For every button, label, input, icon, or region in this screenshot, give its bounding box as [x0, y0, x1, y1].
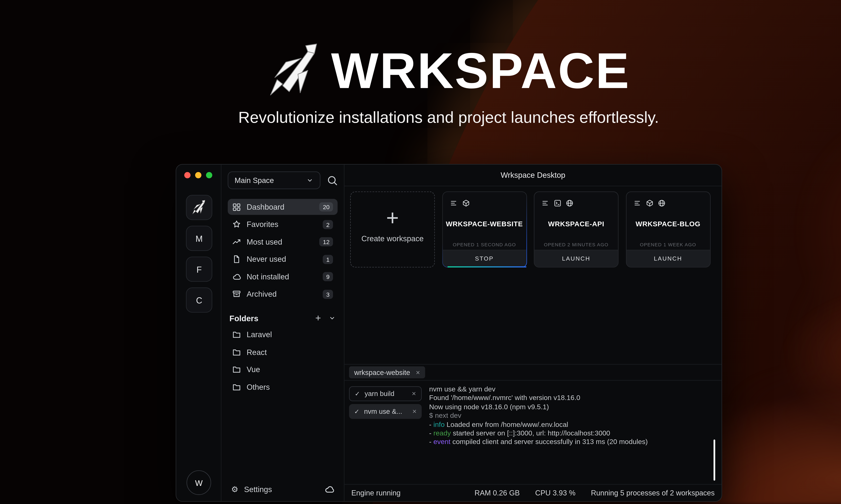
- workspace-opened-label: OPENED 2 MINUTES AGO: [534, 242, 618, 248]
- workspace-card-api[interactable]: WRKSPACE-API OPENED 2 MINUTES AGO LAUNCH: [534, 192, 618, 268]
- remove-command-icon[interactable]: ×: [412, 408, 417, 415]
- card-icons: [542, 199, 573, 207]
- launch-button[interactable]: LAUNCH: [534, 250, 618, 267]
- sidebar-item-label: Archived: [246, 290, 277, 299]
- command-chips: ✓ yarn build × ✓ nvm use &... ×: [349, 386, 422, 422]
- cloud-icon: [232, 272, 241, 281]
- space-selector[interactable]: Main Space: [228, 172, 321, 189]
- workspace-opened-label: OPENED 1 SECOND AGO: [443, 242, 526, 248]
- space-button-c[interactable]: C: [186, 287, 212, 313]
- workspace-card-website-active[interactable]: WRKSPACE-WEBSITE OPENED 1 SECOND AGO STO…: [442, 192, 527, 268]
- create-workspace-card[interactable]: + Create workspace: [350, 192, 435, 268]
- folder-item-vue[interactable]: Vue: [228, 361, 338, 378]
- terminal-scrollbar[interactable]: [713, 439, 715, 481]
- folder-label: React: [246, 348, 267, 357]
- folder-icon: [232, 330, 241, 339]
- trending-up-icon: [232, 237, 241, 246]
- sidebar: Main Space Dashboard 20: [221, 165, 344, 501]
- sidebar-item-label: Not installed: [246, 272, 289, 281]
- terminal-line: Found '/home/www/.nvmrc' with version v1…: [429, 394, 707, 403]
- command-chip-nvm-use[interactable]: ✓ nvm use &... ×: [349, 404, 422, 419]
- engine-status: Engine running: [351, 489, 401, 497]
- folders-title: Folders: [229, 313, 258, 323]
- count-badge: 3: [323, 289, 333, 299]
- sidebar-item-label: Favorites: [246, 220, 278, 229]
- sidebar-item-label: Never used: [246, 255, 286, 264]
- add-folder-button[interactable]: +: [315, 314, 321, 322]
- sidebar-item-archived[interactable]: Archived 3: [228, 286, 338, 302]
- globe-icon: [566, 199, 573, 207]
- folder-icon: [232, 365, 241, 374]
- brand-name: WRKSPACE: [331, 41, 630, 101]
- folder-item-react[interactable]: React: [228, 343, 338, 361]
- settings-button[interactable]: ⚙ Settings: [229, 480, 337, 499]
- launch-button[interactable]: LAUNCH: [626, 250, 710, 267]
- collapse-folders-icon[interactable]: [328, 314, 336, 322]
- status-bar: Engine running RAM 0.26 GB CPU 3.93 % Ru…: [344, 484, 722, 501]
- check-icon: ✓: [355, 390, 360, 397]
- space-button-m[interactable]: M: [186, 226, 212, 251]
- cube-icon: [462, 199, 469, 207]
- workspace-cards: + Create workspace WRKSPACE-: [350, 192, 716, 268]
- minimize-window-button[interactable]: [195, 172, 201, 178]
- zoom-window-button[interactable]: [206, 172, 212, 178]
- folder-icon: [232, 383, 241, 391]
- user-avatar[interactable]: W: [187, 470, 211, 495]
- count-badge: 1: [323, 255, 333, 264]
- terminal-icon: [554, 199, 561, 207]
- sidebar-nav: Dashboard 20 Favorites 2 Most used 12: [228, 199, 338, 302]
- terminal-line: - event compiled client and server succe…: [429, 438, 707, 447]
- remove-command-icon[interactable]: ×: [412, 390, 416, 397]
- file-icon: [232, 255, 241, 264]
- folder-label: Others: [246, 383, 270, 391]
- space-button-f[interactable]: F: [186, 256, 212, 282]
- globe-icon: [658, 199, 665, 207]
- check-icon: ✓: [354, 408, 359, 415]
- space-button-main[interactable]: [186, 195, 212, 220]
- sidebar-item-not-installed[interactable]: Not installed 9: [228, 269, 338, 285]
- terminal-panel: ✓ yarn build × ✓ nvm use &... × nvm use …: [344, 381, 722, 484]
- workspace-rail: M F C W: [176, 165, 222, 501]
- folder-item-others[interactable]: Others: [228, 378, 338, 396]
- sidebar-item-dashboard[interactable]: Dashboard 20: [228, 199, 338, 215]
- app-window: M F C W Main Space: [176, 164, 722, 502]
- count-badge: 9: [323, 272, 333, 281]
- hero-tagline: Revolutionize installations and project …: [0, 109, 841, 127]
- ram-usage: RAM 0.26 GB: [475, 489, 520, 497]
- sidebar-item-favorites[interactable]: Favorites 2: [228, 216, 338, 232]
- workspace-card-blog[interactable]: WRKSPACE-BLOG OPENED 1 WEEK AGO LAUNCH: [626, 192, 710, 268]
- sidebar-item-most-used[interactable]: Most used 12: [228, 234, 338, 250]
- space-selector-row: Main Space: [228, 172, 338, 189]
- space-selector-value: Main Space: [235, 176, 274, 185]
- terminal-tab-bar: wrkspace-website ×: [344, 364, 722, 381]
- sidebar-item-never-used[interactable]: Never used 1: [228, 251, 338, 267]
- create-workspace-label: Create workspace: [361, 234, 424, 243]
- chevron-down-icon: [306, 177, 313, 184]
- rocket-icon: [192, 200, 207, 215]
- hero-section: WRKSPACE Revolutionize installations and…: [0, 0, 841, 127]
- rocket-logo-icon: [267, 43, 322, 98]
- brand-logo: WRKSPACE: [0, 41, 841, 101]
- cloud-sync-icon[interactable]: [324, 484, 334, 494]
- page: WRKSPACE Revolutionize installations and…: [0, 0, 841, 504]
- command-label: nvm use &...: [364, 408, 402, 415]
- workspace-title: WRKSPACE-API: [534, 220, 618, 228]
- count-badge: 12: [320, 237, 333, 246]
- window-title: Wrkspace Desktop: [501, 171, 565, 179]
- processes-status: Running 5 processes of 2 workspaces: [591, 489, 715, 497]
- close-tab-icon[interactable]: ×: [416, 369, 420, 376]
- folder-label: Vue: [246, 365, 260, 374]
- command-label: yarn build: [365, 390, 394, 398]
- folder-item-laravel[interactable]: Laravel: [228, 326, 338, 344]
- terminal-line: - info Loaded env from /home/www/.env.lo…: [429, 420, 707, 429]
- active-gradient-bar: [447, 266, 526, 268]
- list-icon: [450, 199, 458, 207]
- terminal-line: nvm use && yarn dev: [429, 385, 707, 394]
- close-window-button[interactable]: [184, 172, 190, 178]
- search-icon[interactable]: [327, 175, 338, 185]
- stop-button[interactable]: STOP: [443, 250, 526, 267]
- workspace-card-website: WRKSPACE-WEBSITE OPENED 1 SECOND AGO STO…: [443, 192, 526, 267]
- command-chip-yarn-build[interactable]: ✓ yarn build ×: [349, 386, 422, 401]
- terminal-tab-wrkspace-website[interactable]: wrkspace-website ×: [349, 366, 425, 378]
- gear-icon: ⚙: [231, 485, 238, 493]
